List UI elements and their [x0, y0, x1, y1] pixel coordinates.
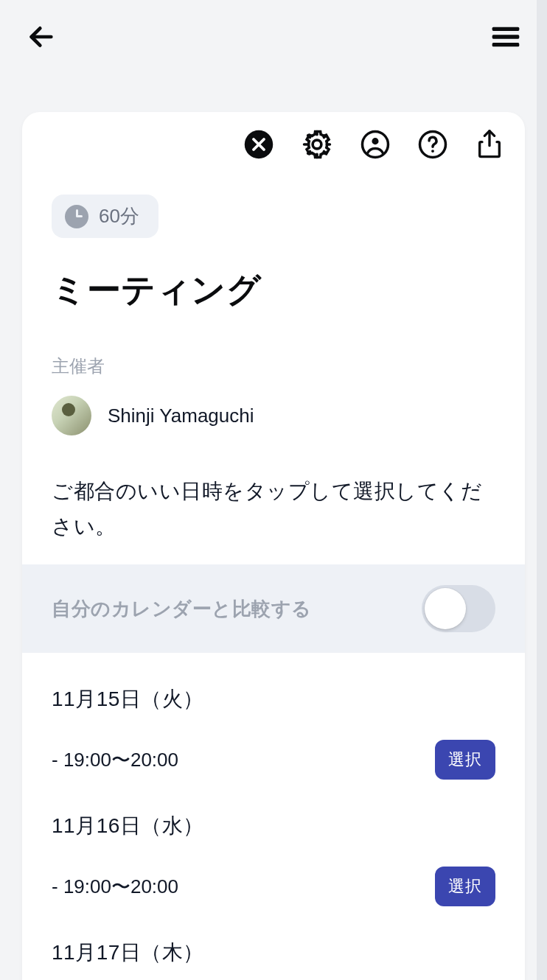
close-icon [243, 129, 274, 160]
arrow-left-icon [27, 22, 56, 52]
host-row: Shinji Yamaguchi [52, 396, 495, 435]
toggle-knob [425, 588, 466, 629]
clock-icon [65, 205, 88, 228]
slot-group: 11月15日（火） - 19:00〜20:00 選択 [52, 685, 495, 780]
slot-date: 11月17日（木） [52, 939, 495, 967]
settings-button[interactable] [301, 128, 333, 161]
svg-point-7 [372, 138, 378, 144]
svg-rect-2 [492, 35, 520, 38]
gear-icon [301, 128, 333, 161]
slot-row: - 19:00〜20:00 選択 [52, 740, 495, 780]
host-label: 主催者 [52, 354, 495, 378]
duration-pill: 60分 [52, 195, 158, 238]
card-toolbar [22, 112, 525, 168]
instruction-text: ご都合のいい日時をタップして選択してください。 [52, 474, 495, 544]
duration-label: 60分 [99, 203, 139, 229]
svg-rect-3 [492, 43, 520, 46]
back-button[interactable] [27, 22, 56, 52]
compare-row: 自分のカレンダーと比較する [22, 564, 525, 653]
slot-time: - 19:00〜20:00 [52, 874, 178, 900]
account-button[interactable] [360, 129, 391, 160]
host-name: Shinji Yamaguchi [108, 405, 254, 427]
slot-row: - 19:00〜20:00 選択 [52, 867, 495, 906]
help-button[interactable] [417, 129, 448, 160]
help-circle-icon [417, 129, 448, 160]
slot-group: 11月16日（水） - 19:00〜20:00 選択 [52, 812, 495, 906]
meeting-title: ミーティング [52, 267, 495, 313]
menu-button[interactable] [491, 24, 520, 49]
compare-label: 自分のカレンダーと比較する [52, 596, 312, 622]
svg-point-9 [431, 150, 434, 153]
account-circle-icon [360, 129, 391, 160]
hamburger-icon [491, 24, 520, 49]
meeting-card: 60分 ミーティング 主催者 Shinji Yamaguchi ご都合のいい日時… [22, 112, 525, 980]
slot-date: 11月16日（水） [52, 812, 495, 840]
share-icon [475, 128, 504, 161]
svg-rect-1 [492, 27, 520, 31]
select-button[interactable]: 選択 [435, 867, 495, 906]
slots-list: 11月15日（火） - 19:00〜20:00 選択 11月16日（水） - 1… [22, 685, 525, 980]
share-button[interactable] [475, 128, 504, 161]
close-button[interactable] [243, 129, 274, 160]
svg-point-5 [313, 140, 321, 149]
scrollbar-track[interactable] [537, 0, 547, 980]
top-bar [0, 0, 547, 74]
select-button[interactable]: 選択 [435, 740, 495, 780]
avatar [52, 396, 91, 435]
compare-toggle[interactable] [422, 585, 495, 632]
card-body: 60分 ミーティング 主催者 Shinji Yamaguchi ご都合のいい日時… [22, 168, 525, 564]
slot-time: - 19:00〜20:00 [52, 747, 178, 773]
slot-date: 11月15日（火） [52, 685, 495, 713]
slot-group: 11月17日（木） - 19:00〜20:00 選択 [52, 939, 495, 980]
